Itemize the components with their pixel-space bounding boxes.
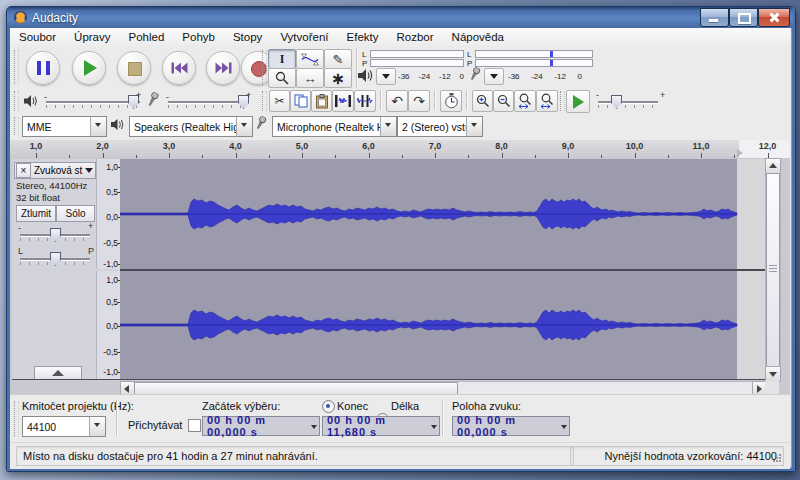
- audacity-logo-icon: [13, 9, 28, 24]
- scrollbar-corner: [765, 381, 779, 394]
- waveform-channel1[interactable]: [120, 159, 765, 269]
- track-title-bar[interactable]: × Zvuková st: [14, 162, 96, 179]
- selection-end-field[interactable]: 00 h 00 m 11,680 s: [322, 416, 440, 436]
- end-radio[interactable]: [322, 400, 335, 413]
- track-close-button[interactable]: ×: [16, 163, 31, 178]
- minimize-button[interactable]: [700, 8, 729, 27]
- menu-item-1[interactable]: Úpravy: [65, 28, 119, 46]
- vruler-label-0,5: 0,5: [106, 187, 118, 197]
- input-device-value: Microphone (Realtek High Defi: [273, 121, 380, 133]
- selection-start-value: 00 h 00 m 00,000 s: [207, 414, 309, 438]
- menu-item-8[interactable]: Nápověda: [443, 28, 513, 46]
- trim-outside-selection-button[interactable]: [332, 90, 354, 112]
- envelope-tool-button[interactable]: [296, 49, 324, 69]
- skip-to-end-button[interactable]: [206, 51, 240, 85]
- fit-project-button[interactable]: [536, 90, 558, 112]
- play-at-speed-button[interactable]: [566, 90, 590, 113]
- ruler-label-5: 6,0: [362, 141, 375, 151]
- input-meter-scale: -36-24-120: [508, 72, 582, 81]
- selection-start-label: Začátek výběru:: [202, 400, 280, 412]
- zoom-out-button[interactable]: [493, 90, 514, 112]
- track-collapse-button[interactable]: [34, 366, 82, 380]
- resize-grip[interactable]: [772, 453, 782, 463]
- sync-lock-timer-button[interactable]: [440, 90, 462, 112]
- timeshift-icon: ↔: [304, 71, 317, 86]
- maximize-button[interactable]: [729, 8, 758, 27]
- dropdown-arrow-icon: [382, 74, 390, 79]
- redo-icon: ↷: [413, 93, 425, 109]
- multi-tool-button[interactable]: ∗: [324, 68, 352, 88]
- skip-to-start-button[interactable]: [162, 51, 196, 85]
- audio-host-select[interactable]: MME: [22, 116, 107, 137]
- stop-button[interactable]: [117, 51, 151, 85]
- edit-toolbar-grip[interactable]: [262, 91, 267, 111]
- scroll-up-button[interactable]: [765, 158, 781, 174]
- waveform-svg-channel1: [120, 159, 765, 269]
- selection-tool-button[interactable]: I: [268, 49, 296, 69]
- menu-item-3[interactable]: Pohyb: [173, 28, 224, 46]
- meter-scale--36: -36: [398, 72, 410, 81]
- menu-item-6[interactable]: Efekty: [338, 28, 388, 46]
- timeline-ruler[interactable]: 1,02,03,04,05,06,07,08,09,010,011,012,0: [10, 140, 790, 159]
- skip-to-end-icon: [215, 62, 232, 74]
- pause-button[interactable]: [26, 51, 60, 85]
- meter-scale-0: 0: [460, 72, 464, 81]
- timeshift-tool-button[interactable]: ↔: [296, 68, 324, 88]
- mute-button[interactable]: Ztlumit: [16, 205, 56, 222]
- input-peak-hold-right: [550, 60, 553, 66]
- selection-toolbar-grip[interactable]: [14, 401, 19, 437]
- selection-start-field[interactable]: 00 h 00 m 00,000 s: [202, 416, 320, 436]
- scroll-down-icon: [769, 372, 777, 377]
- silence-selection-button[interactable]: [354, 90, 376, 112]
- device-toolbar-grip[interactable]: [14, 117, 19, 135]
- menu-item-7[interactable]: Rozbor: [388, 28, 443, 46]
- window-title: Audacity: [32, 11, 78, 25]
- redo-button[interactable]: ↷: [408, 90, 430, 112]
- mixer-speaker-icon: [24, 95, 38, 107]
- project-rate-select[interactable]: 44100: [22, 416, 106, 437]
- draw-tool-button[interactable]: ✎: [324, 49, 352, 69]
- output-volume-slider[interactable]: [46, 101, 140, 103]
- track-name: Zvuková st: [34, 165, 85, 176]
- input-device-select[interactable]: Microphone (Realtek High Defi: [272, 116, 397, 137]
- title-bar[interactable]: [7, 7, 793, 28]
- copy-icon: [294, 94, 308, 108]
- play-at-speed-icon: [573, 95, 584, 109]
- menu-item-2[interactable]: Pohled: [120, 28, 174, 46]
- tools-toolbar-grip[interactable]: [262, 50, 267, 86]
- menu-item-0[interactable]: Soubor: [10, 28, 65, 46]
- solo-button[interactable]: Sólo: [56, 205, 95, 222]
- audio-position-field[interactable]: 00 h 00 m 00,000 s: [452, 416, 570, 436]
- output-meter-left-label: L: [362, 51, 366, 59]
- copy-button[interactable]: [290, 90, 311, 112]
- transcription-toolbar-grip[interactable]: [560, 91, 565, 111]
- close-button[interactable]: [758, 8, 790, 27]
- track-menu-arrow-icon[interactable]: [85, 168, 93, 173]
- vertical-scrollbar-thumb[interactable]: [766, 173, 780, 367]
- cut-button[interactable]: ✂: [269, 90, 290, 112]
- snap-to-checkbox[interactable]: [188, 419, 201, 432]
- undo-button[interactable]: ↶: [386, 90, 408, 112]
- speed-slider[interactable]: [598, 101, 658, 103]
- menu-item-4[interactable]: Stopy: [224, 28, 271, 46]
- pan-left-label: L: [18, 246, 23, 256]
- fit-selection-button[interactable]: [514, 90, 536, 112]
- vertical-ruler-channel2[interactable]: 1,00,50,0-0,5-1,0: [96, 271, 121, 379]
- paste-button[interactable]: [311, 90, 332, 112]
- play-button[interactable]: [72, 51, 106, 85]
- mixer-toolbar-grip[interactable]: [14, 91, 19, 111]
- scroll-down-button[interactable]: [765, 366, 781, 382]
- input-volume-slider[interactable]: [168, 101, 248, 103]
- input-meter-dropdown[interactable]: [484, 68, 504, 85]
- vertical-ruler-channel1[interactable]: 1,00,50,0-0,5-1,0: [96, 159, 121, 269]
- input-channels-select[interactable]: 2 (Stereo) vstupn: [397, 116, 483, 137]
- output-meter-dropdown[interactable]: [376, 68, 396, 85]
- collapse-arrow-icon: [52, 370, 64, 376]
- transport-toolbar-grip[interactable]: [14, 50, 19, 84]
- output-device-select[interactable]: Speakers (Realtek High Definit: [129, 116, 253, 137]
- waveform-svg-channel2: [120, 271, 765, 379]
- zoom-in-button[interactable]: [472, 90, 493, 112]
- waveform-channel2[interactable]: [120, 271, 765, 379]
- zoom-tool-button[interactable]: [268, 68, 296, 88]
- menu-item-5[interactable]: Vytvoření: [271, 28, 337, 46]
